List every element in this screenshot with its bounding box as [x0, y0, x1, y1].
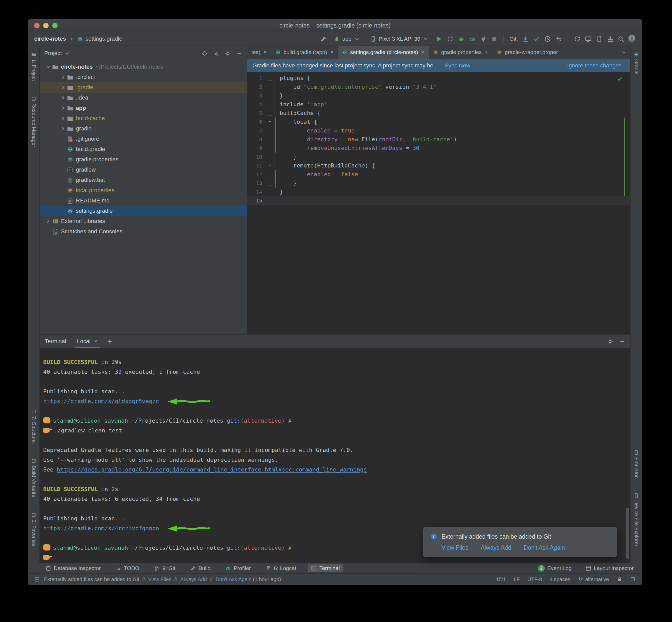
tool-button-todo[interactable]: TODO — [112, 564, 142, 572]
editor-tab-gradle-wrapper-proper[interactable]: gradle-wrapper.proper — [493, 46, 562, 59]
build-scan-link[interactable]: https://gradle.com/s/4rczivcfqnnpo — [43, 525, 159, 531]
terminal-scrollbar[interactable] — [626, 508, 629, 559]
rollback-button[interactable] — [555, 35, 562, 42]
run-config-select[interactable]: app — [331, 34, 363, 44]
editor-code-area[interactable]: 1−plugins {2 id "com.gradle.enterprise" … — [247, 72, 630, 335]
line-number[interactable]: 5 — [247, 109, 265, 117]
tool-button-event-log[interactable]: 2Event Log — [535, 564, 575, 572]
close-tab-icon[interactable]: × — [330, 49, 333, 55]
close-tab-icon[interactable]: × — [485, 49, 488, 55]
tree-item-build-cache[interactable]: build-cache — [40, 113, 247, 124]
tree-item-local-properties[interactable]: local.properties — [40, 185, 247, 196]
gutter[interactable] — [265, 196, 275, 205]
gear-icon[interactable] — [225, 50, 231, 56]
locate-file-icon[interactable] — [202, 50, 208, 56]
tree-item-circle-notes[interactable]: circle-notes~/Projects/CCI/circle-notes — [40, 62, 247, 72]
fold-end-icon[interactable] — [265, 187, 275, 196]
dont-ask-again-link[interactable]: Don't Ask Again — [524, 544, 565, 551]
tool-button-6-logcat[interactable]: 6: Logcat — [263, 564, 299, 572]
tool-window-button-gradle[interactable]: Gradle — [633, 52, 639, 75]
gutter[interactable] — [265, 126, 275, 135]
tool-window-button-build-variants[interactable]: Build Variants — [31, 458, 37, 497]
view-files-link[interactable]: View Files — [441, 544, 468, 551]
inspections-ok-icon[interactable] — [616, 75, 623, 82]
apply-changes-button[interactable] — [447, 35, 453, 42]
fold-end-icon[interactable] — [265, 152, 275, 161]
tree-item-gradlew[interactable]: gradlew — [40, 165, 247, 175]
toolwindow-toggle-icon[interactable] — [34, 577, 40, 582]
terminal-tab-local[interactable]: Local × — [75, 335, 99, 348]
avatar[interactable] — [628, 34, 636, 43]
line-number[interactable]: 6 — [247, 117, 265, 126]
build-scan-link[interactable]: https://gradle.com/s/qldsoqr5vegzc — [43, 398, 159, 404]
gutter[interactable] — [265, 170, 275, 179]
sync-gradle-button[interactable] — [574, 35, 581, 42]
tree-item-readme-md[interactable]: README.md — [40, 196, 247, 206]
terminal-settings-icon[interactable] — [607, 339, 613, 344]
commit-button[interactable] — [533, 35, 540, 42]
tool-button-layout-inspector[interactable]: Layout Inspector — [582, 564, 637, 572]
line-ending-indicator[interactable]: LF — [514, 577, 520, 582]
tree-expand-icon[interactable] — [44, 218, 52, 224]
tree-item-gradle[interactable]: gradle — [40, 124, 247, 134]
sync-now-link[interactable]: Sync Now — [444, 62, 470, 69]
line-number[interactable]: 15 — [247, 196, 265, 205]
status-action-link[interactable]: Always Add — [180, 577, 207, 582]
line-number[interactable]: 11 — [247, 161, 265, 170]
line-number[interactable]: 9 — [247, 144, 265, 152]
breadcrumb-file[interactable]: settings.gradle — [86, 35, 123, 42]
line-number[interactable]: 13 — [247, 179, 265, 187]
debug-button[interactable] — [458, 35, 465, 42]
tree-item-gradle-properties[interactable]: gradle.properties — [40, 154, 247, 165]
status-action-link[interactable]: View Files — [148, 577, 171, 582]
profile-button[interactable] — [469, 35, 476, 42]
breadcrumb-project[interactable]: circle-notes — [34, 35, 66, 42]
editor-tab-settings-gradle-circle-notes[interactable]: settings.gradle (circle-notes)× — [338, 46, 429, 59]
git-branch-widget[interactable]: alternative — [578, 577, 609, 582]
editor-tab-build-gradle-app[interactable]: build.gradle (:app)× — [271, 46, 338, 59]
tree-item-external-libraries[interactable]: External Libraries — [40, 216, 247, 227]
gutter[interactable] — [265, 82, 275, 91]
tree-item-idea[interactable]: .idea — [40, 93, 247, 103]
tool-window-button-resource-manager[interactable]: Resource Manager — [31, 96, 37, 147]
fold-start-icon[interactable]: − — [265, 117, 275, 126]
device-select[interactable]: Pixel 3 XL API 30 — [367, 34, 432, 44]
tree-item-circleci[interactable]: .circleci — [40, 72, 247, 82]
history-button[interactable] — [544, 35, 551, 42]
gutter[interactable] — [265, 135, 275, 144]
line-number[interactable]: 10 — [247, 152, 265, 161]
tool-button-9-git[interactable]: 9: Git — [151, 564, 178, 572]
editor-tab-gradle-properties[interactable]: gradle.properties× — [429, 46, 493, 59]
close-tab-icon[interactable]: × — [421, 49, 425, 55]
gutter[interactable] — [265, 144, 275, 152]
device-manager-button[interactable] — [596, 35, 603, 42]
tool-window-button-device-file-explorer[interactable]: Device File Explorer — [633, 493, 639, 546]
hidden-tabs-icon[interactable] — [617, 46, 630, 59]
fold-start-icon[interactable]: − — [265, 161, 275, 170]
tool-button-terminal[interactable]: Terminal — [308, 564, 343, 572]
tool-window-button-emulator[interactable]: Emulator — [633, 450, 639, 478]
close-tab-icon[interactable]: × — [264, 49, 267, 55]
caret-position[interactable]: 15:1 — [496, 577, 506, 582]
build-scan-link[interactable]: https://docs.gradle.org/6.7/userguide/co… — [57, 466, 367, 473]
tree-item-scratches-and-consoles[interactable]: Scratches and Consoles — [40, 227, 247, 237]
line-number[interactable]: 14 — [247, 187, 265, 196]
always-add-link[interactable]: Always Add — [480, 544, 511, 551]
gutter[interactable] — [265, 100, 275, 109]
attach-debugger-button[interactable] — [480, 35, 487, 42]
tree-item-gradle[interactable]: .gradle — [40, 82, 247, 93]
line-number[interactable]: 3 — [247, 91, 265, 100]
tree-item-gitignore[interactable]: .gitignore — [40, 134, 247, 144]
line-number[interactable]: 1 — [247, 74, 265, 82]
tree-expand-icon[interactable] — [59, 84, 67, 90]
tool-window-button-1-project[interactable]: 1: Project — [31, 52, 37, 81]
tree-expand-icon[interactable] — [59, 126, 67, 132]
fold-start-icon[interactable]: − — [265, 74, 275, 82]
project-view-select[interactable]: Project — [44, 50, 62, 57]
tree-expand-icon[interactable] — [59, 115, 67, 121]
tool-button-profiler[interactable]: Profiler — [222, 564, 254, 572]
run-button[interactable] — [436, 35, 442, 42]
close-tab-icon[interactable]: × — [94, 339, 98, 344]
line-number[interactable]: 2 — [247, 82, 265, 91]
stop-button[interactable] — [491, 35, 498, 42]
